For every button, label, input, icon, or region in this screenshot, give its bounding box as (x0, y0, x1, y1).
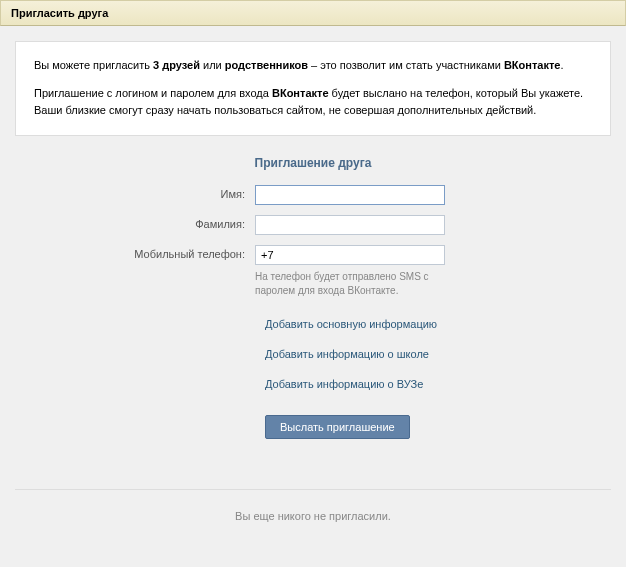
phone-input[interactable] (255, 245, 445, 265)
info-text: или (200, 59, 225, 71)
add-university-link[interactable]: Добавить информацию о ВУЗе (265, 378, 611, 390)
form-row-phone: Мобильный телефон: На телефон будет отпр… (15, 245, 611, 298)
info-line-2: Приглашение с логином и паролем для вход… (34, 85, 592, 120)
page-title: Пригласить друга (11, 7, 108, 19)
info-bold-brand: ВКонтакте (272, 87, 329, 99)
info-text: Вы можете пригласить (34, 59, 153, 71)
info-line-1: Вы можете пригласить 3 друзей или родств… (34, 57, 592, 75)
info-text: – это позволит им стать участниками (308, 59, 504, 71)
add-school-link[interactable]: Добавить информацию о школе (265, 348, 611, 360)
name-label: Имя: (15, 185, 255, 200)
info-bold-friends: 3 друзей (153, 59, 200, 71)
info-box: Вы можете пригласить 3 друзей или родств… (15, 41, 611, 136)
form-row-name: Имя: (15, 185, 611, 205)
name-input[interactable] (255, 185, 445, 205)
info-text: Приглашение с логином и паролем для вход… (34, 87, 272, 99)
add-basic-link[interactable]: Добавить основную информацию (265, 318, 611, 330)
form-title: Приглашение друга (15, 156, 611, 170)
phone-hint: На телефон будет отправлено SMS с пароле… (255, 270, 445, 298)
empty-message: Вы еще никого не пригласили. (0, 490, 626, 537)
info-bold-relatives: родственников (225, 59, 308, 71)
surname-input[interactable] (255, 215, 445, 235)
form-row-surname: Фамилия: (15, 215, 611, 235)
submit-button[interactable]: Выслать приглашение (265, 415, 410, 439)
phone-label: Мобильный телефон: (15, 245, 255, 260)
info-text: . (560, 59, 563, 71)
button-row: Выслать приглашение (265, 415, 611, 439)
content-area: Вы можете пригласить 3 друзей или родств… (0, 26, 626, 454)
surname-label: Фамилия: (15, 215, 255, 230)
info-bold-brand: ВКонтакте (504, 59, 561, 71)
page-header: Пригласить друга (0, 0, 626, 26)
additional-links: Добавить основную информацию Добавить ин… (265, 318, 611, 390)
